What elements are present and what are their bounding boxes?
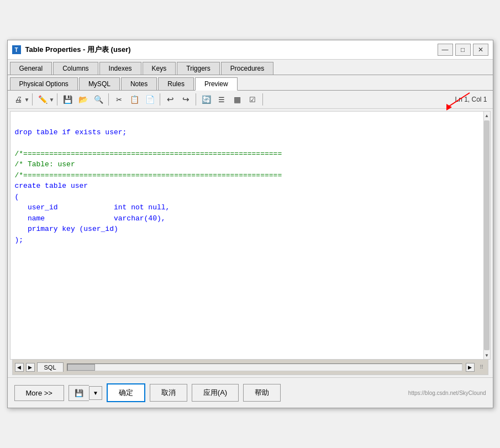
apply-button[interactable]: 应用(A) [192, 384, 239, 402]
tab-procedures[interactable]: Procedures [221, 62, 273, 75]
horizontal-scrollbar-thumb[interactable] [67, 364, 95, 371]
minimize-button[interactable]: — [438, 44, 453, 56]
footer: More >> 💾 ▼ 确定 取消 应用(A) 帮助 https://blog.… [8, 377, 493, 408]
paste-button[interactable]: 📄 [143, 92, 157, 107]
bottom-bar: ◀ ▶ SQL ▶ ⠿ [12, 360, 488, 375]
main-window: T Table Properties - 用户表 (user) — □ ✕ Ge… [7, 40, 493, 408]
save-main-button[interactable]: 💾 [69, 385, 89, 401]
tab-general[interactable]: General [10, 62, 52, 75]
window-title: Table Properties - 用户表 (user) [25, 45, 433, 55]
print-button[interactable]: 🖨 [11, 92, 25, 107]
open-button[interactable]: 📂 [76, 92, 90, 107]
grid-button[interactable]: ▦ [230, 92, 244, 107]
refresh-button[interactable]: 🔄 [199, 92, 213, 107]
find-button[interactable]: 🔍 [91, 92, 106, 107]
confirm-button[interactable]: 确定 [107, 383, 145, 402]
toolbar-separator-3 [108, 93, 109, 106]
code-editor[interactable]: drop table if exists user; /*===========… [15, 116, 479, 256]
title-bar-controls: — □ ✕ [438, 44, 488, 56]
more-button[interactable]: More >> [14, 385, 64, 401]
maximize-button[interactable]: □ [455, 44, 471, 56]
tab-row-1: General Columns Indexes Keys Triggers Pr… [8, 60, 493, 75]
watermark: https://blog.csdn.net/SkyClound [408, 390, 486, 396]
tab-preview[interactable]: Preview [195, 77, 238, 91]
toolbar: 🖨 ▼ ✏️ ▼ 💾 📂 🔍 ✂ 📋 📄 ↩ ↪ 🔄 ☰ ▦ ☑ Ln 1, C… [8, 91, 493, 109]
redo-button[interactable]: ↪ [178, 92, 193, 107]
resize-handle[interactable]: ⠿ [478, 363, 486, 371]
tab-row-2: Physical Options MySQL Notes Rules Previ… [8, 75, 493, 91]
toolbar-separator-1 [32, 93, 33, 106]
check-button[interactable]: ☑ [245, 92, 260, 107]
scroll-down-arrow[interactable]: ▼ [483, 351, 490, 359]
edit-button[interactable]: ✏️ [35, 92, 50, 107]
cancel-button[interactable]: 取消 [150, 384, 187, 402]
copy-button[interactable]: 📋 [127, 92, 141, 107]
tab-keys[interactable]: Keys [143, 62, 176, 75]
toolbar-separator-2 [57, 93, 57, 106]
horizontal-scrollbar-track[interactable] [67, 363, 462, 371]
sql-tab[interactable]: SQL [37, 362, 64, 372]
toolbar-separator-5 [196, 93, 196, 106]
hscroll-right-small-arrow[interactable]: ▶ [26, 363, 35, 372]
help-button[interactable]: 帮助 [243, 384, 281, 402]
hscroll-end-arrow[interactable]: ▶ [466, 363, 475, 372]
tab-mysql[interactable]: MySQL [79, 77, 120, 90]
tab-physical-options[interactable]: Physical Options [10, 77, 78, 90]
tab-columns[interactable]: Columns [53, 62, 98, 75]
list-button[interactable]: ☰ [214, 92, 229, 107]
content-area: drop table if exists user; /*===========… [8, 109, 493, 377]
close-button[interactable]: ✕ [473, 44, 488, 56]
scroll-up-arrow[interactable]: ▲ [483, 112, 490, 119]
vertical-scrollbar[interactable]: ▲ ▼ [483, 112, 490, 359]
title-bar: T Table Properties - 用户表 (user) — □ ✕ [8, 40, 493, 60]
hscroll-left-arrow[interactable]: ◀ [15, 363, 24, 372]
tab-rules[interactable]: Rules [158, 77, 194, 90]
tab-notes[interactable]: Notes [121, 77, 157, 90]
tab-triggers[interactable]: Triggers [177, 62, 220, 75]
scroll-thumb[interactable] [484, 120, 490, 350]
save-dropdown-button[interactable]: ▼ [89, 386, 102, 400]
code-container[interactable]: drop table if exists user; /*===========… [10, 111, 491, 360]
save-button[interactable]: 💾 [60, 92, 75, 107]
cut-button[interactable]: ✂ [112, 92, 126, 107]
save-split-button: 💾 ▼ [69, 385, 102, 401]
undo-button[interactable]: ↩ [163, 92, 177, 107]
app-icon: T [12, 45, 21, 54]
tab-indexes[interactable]: Indexes [99, 62, 141, 75]
cursor-position: Ln 1, Col 1 [455, 96, 489, 103]
toolbar-separator-4 [160, 93, 160, 106]
code-scroll[interactable]: drop table if exists user; /*===========… [10, 112, 483, 359]
toolbar-separator-6 [262, 93, 263, 106]
